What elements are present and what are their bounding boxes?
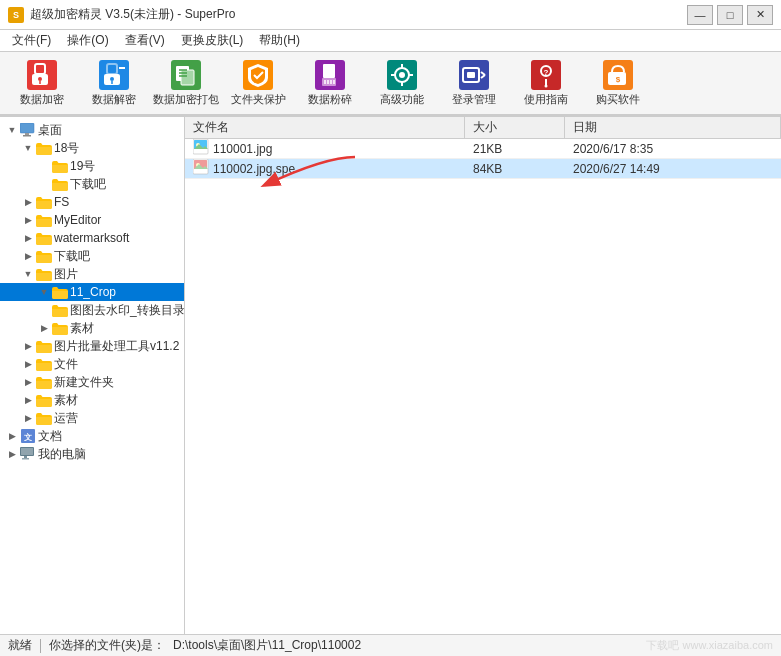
folder-icon-sucai2 bbox=[36, 393, 52, 407]
decrypt-icon bbox=[98, 60, 130, 90]
tree-item-19hao[interactable]: ▶ 19号 bbox=[0, 157, 184, 175]
folder-icon-myeditor bbox=[36, 213, 52, 227]
tree-label-watermark: watermarksoft bbox=[54, 231, 129, 245]
toolbar-login[interactable]: 登录管理 bbox=[440, 55, 508, 111]
folder-icon-sucai1 bbox=[52, 321, 68, 335]
title-left: S 超级加密精灵 V3.5(未注册) - SuperPro bbox=[8, 6, 235, 23]
toolbar-pack-label: 数据加密打包 bbox=[153, 92, 219, 107]
tree-item-piliangchulijuv[interactable]: ▶ 图片批量处理工具v11.2 bbox=[0, 337, 184, 355]
menu-skin[interactable]: 更换皮肤(L) bbox=[173, 30, 252, 52]
menu-view[interactable]: 查看(V) bbox=[117, 30, 173, 52]
toolbar-encrypt[interactable]: 数据加密 bbox=[8, 55, 76, 111]
tree-item-xinjiancunjia[interactable]: ▶ 新建文件夹 bbox=[0, 373, 184, 391]
file-row-110001[interactable]: 110001.jpg 21KB 2020/6/17 8:35 bbox=[185, 139, 781, 159]
tree-item-yunyingying[interactable]: ▶ 运营 bbox=[0, 409, 184, 427]
tree-label-piliangchulijuv: 图片批量处理工具v11.2 bbox=[54, 338, 179, 355]
doc-icon: 文 bbox=[20, 429, 36, 443]
file-cell-date-110002: 2020/6/27 14:49 bbox=[565, 160, 781, 178]
menu-file[interactable]: 文件(F) bbox=[4, 30, 59, 52]
tree-item-sucai2[interactable]: ▶ 素材 bbox=[0, 391, 184, 409]
svg-point-27 bbox=[399, 72, 405, 78]
menu-bar: 文件(F) 操作(O) 查看(V) 更换皮肤(L) 帮助(H) bbox=[0, 30, 781, 52]
toolbar-buy-label: 购买软件 bbox=[596, 92, 640, 107]
tree-item-18hao[interactable]: ▼ 18号 bbox=[0, 139, 184, 157]
toolbar-shred[interactable]: 数据粉碎 bbox=[296, 55, 364, 111]
folder-icon-tupian bbox=[36, 267, 52, 281]
svg-rect-45 bbox=[20, 123, 34, 133]
folder-icon-watermark bbox=[36, 231, 52, 245]
maximize-button[interactable]: □ bbox=[717, 5, 743, 25]
file-icon-110002 bbox=[193, 159, 209, 178]
svg-rect-53 bbox=[22, 458, 29, 460]
tree-label-19hao: 19号 bbox=[70, 158, 95, 175]
pc-icon bbox=[20, 447, 36, 461]
tree-item-wendang[interactable]: ▶ 文 文档 bbox=[0, 427, 184, 445]
status-bar: 就绪 你选择的文件(夹)是： D:\tools\桌面\图片\11_Crop\11… bbox=[0, 634, 781, 656]
folder-icon-wenjian bbox=[36, 357, 52, 371]
expand-mypc: ▶ bbox=[4, 446, 20, 462]
toolbar-login-label: 登录管理 bbox=[452, 92, 496, 107]
tree-label-tupian: 图片 bbox=[54, 266, 78, 283]
tree-label-xiazaba2: 下载吧 bbox=[54, 248, 90, 265]
expand-watermark: ▶ bbox=[20, 230, 36, 246]
tree-item-sucai1[interactable]: ▶ 素材 bbox=[0, 319, 184, 337]
menu-operation[interactable]: 操作(O) bbox=[59, 30, 116, 52]
status-left: 就绪 你选择的文件(夹)是： D:\tools\桌面\图片\11_Crop\11… bbox=[8, 637, 361, 654]
tree-item-fs[interactable]: ▶ FS bbox=[0, 193, 184, 211]
tree-item-wenjian[interactable]: ▶ 文件 bbox=[0, 355, 184, 373]
watermark-text: 下载吧 www.xiazaiba.com bbox=[646, 638, 773, 653]
tree-item-qushuiyin[interactable]: ▶ 图图去水印_转换目录 bbox=[0, 301, 184, 319]
tree-label-desktop: 桌面 bbox=[38, 122, 62, 139]
status-divider bbox=[40, 639, 41, 653]
toolbar-pack[interactable]: 数据加密打包 bbox=[152, 55, 220, 111]
tree-item-myeditor[interactable]: ▶ MyEditor bbox=[0, 211, 184, 229]
expand-fs: ▶ bbox=[20, 194, 36, 210]
svg-text:$: $ bbox=[616, 75, 621, 84]
tree-label-crop: 11_Crop bbox=[70, 285, 116, 299]
expand-xiazaba1: ▶ bbox=[36, 176, 52, 192]
col-header-size[interactable]: 大小 bbox=[465, 117, 565, 139]
file-row-110002[interactable]: 110002.jpg.spe 84KB 2020/6/27 14:49 bbox=[185, 159, 781, 179]
svg-rect-46 bbox=[25, 133, 29, 135]
tree-item-crop[interactable]: ▼ 11_Crop bbox=[0, 283, 184, 301]
advanced-icon bbox=[386, 60, 418, 90]
app-icon: S bbox=[8, 7, 24, 23]
toolbar-decrypt[interactable]: 数据解密 bbox=[80, 55, 148, 111]
toolbar-guide[interactable]: ? 使用指南 bbox=[512, 55, 580, 111]
expand-crop: ▼ bbox=[36, 284, 52, 300]
minimize-button[interactable]: — bbox=[687, 5, 713, 25]
tree-item-watermark[interactable]: ▶ watermarksoft bbox=[0, 229, 184, 247]
file-icon-110001 bbox=[193, 139, 209, 158]
col-header-date[interactable]: 日期 bbox=[565, 117, 781, 139]
toolbar-advanced[interactable]: 高级功能 bbox=[368, 55, 436, 111]
expand-xinjiancunjia: ▶ bbox=[20, 374, 36, 390]
file-cell-size-110001: 21KB bbox=[465, 140, 565, 158]
expand-desktop: ▼ bbox=[4, 122, 20, 138]
expand-qushuiyin: ▶ bbox=[36, 302, 52, 318]
col-header-name[interactable]: 文件名 bbox=[185, 117, 465, 139]
svg-rect-51 bbox=[21, 448, 33, 455]
svg-text:文: 文 bbox=[24, 432, 32, 442]
toolbar-guide-label: 使用指南 bbox=[524, 92, 568, 107]
tree-label-myeditor: MyEditor bbox=[54, 213, 101, 227]
tree-item-mypc[interactable]: ▶ 我的电脑 bbox=[0, 445, 184, 463]
svg-point-3 bbox=[38, 77, 42, 81]
menu-help[interactable]: 帮助(H) bbox=[251, 30, 308, 52]
login-icon bbox=[458, 60, 490, 90]
tree-item-xiaZaBa1[interactable]: ▶ 下载吧 bbox=[0, 175, 184, 193]
protect-icon bbox=[242, 60, 274, 90]
close-button[interactable]: ✕ bbox=[747, 5, 773, 25]
tree-item-desktop[interactable]: ▼ 桌面 bbox=[0, 121, 184, 139]
tree-item-tupian[interactable]: ▼ 图片 bbox=[0, 265, 184, 283]
toolbar-protect[interactable]: 文件夹保护 bbox=[224, 55, 292, 111]
toolbar-buy[interactable]: $ 购买软件 bbox=[584, 55, 652, 111]
expand-myeditor: ▶ bbox=[20, 212, 36, 228]
guide-icon: ? bbox=[530, 60, 562, 90]
tree-item-xiazaba2[interactable]: ▶ 下载吧 bbox=[0, 247, 184, 265]
expand-sucai1: ▶ bbox=[36, 320, 52, 336]
svg-text:?: ? bbox=[544, 68, 549, 77]
folder-icon-piliangchulijuv bbox=[36, 339, 52, 353]
tree-label-qushuiyin: 图图去水印_转换目录 bbox=[70, 302, 185, 319]
expand-18hao: ▼ bbox=[20, 140, 36, 156]
tree-label-yunyingying: 运营 bbox=[54, 410, 78, 427]
